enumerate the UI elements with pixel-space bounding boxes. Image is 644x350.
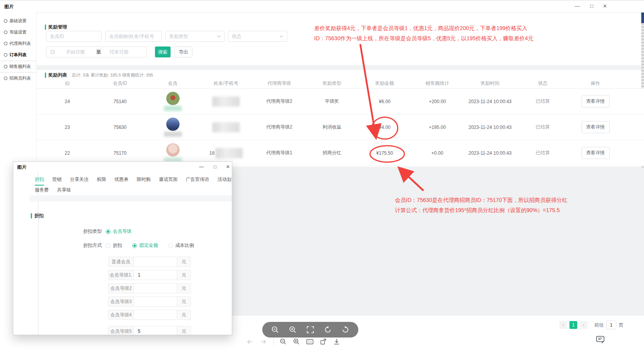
avatar [166,118,180,131]
annotation-line: 计算公式：代理商拿货价195*招商员分红比例（设置的90%）=175.5 [395,205,568,215]
amount-input[interactable] [133,270,177,280]
blurred-name [215,148,243,158]
name-phone-cell: 18 [199,148,253,158]
close-icon[interactable]: ✕ [223,163,232,171]
zoom-in-icon[interactable] [293,338,300,345]
tab-marketing[interactable]: 营销 [52,176,62,186]
feedback-icon[interactable] [596,335,605,344]
tab-permissions[interactable]: 权限 [97,176,106,186]
divider [30,195,232,202]
chevron-down-icon [279,35,283,38]
amount-input[interactable] [133,326,177,335]
chevron-down-icon [217,35,221,38]
nickname-input[interactable] [105,31,162,42]
end-date-placeholder: 结束日期 [110,49,128,55]
radio-fixed-amount[interactable]: 固定金额 [132,242,158,249]
reward-amount: ¥4.00 [358,125,411,130]
annotation-top: 差价奖励获得4元，下单者是会员等级1，优惠1元，商品现价200元，下单者199价… [314,23,534,43]
current-page-button[interactable]: 1 [569,321,577,329]
zoom-in-icon[interactable] [288,325,297,334]
radio-bullet-icon [4,42,7,45]
member-avatar-cell [146,143,199,162]
radio-cost-ratio[interactable]: 成本比例 [168,242,194,249]
search-button[interactable]: 搜索 [155,46,171,57]
radio-selected-icon [106,229,110,234]
sidebar-item-basic-settings[interactable]: 基础设置 [0,15,36,27]
field-normal-member: 普通会员 元 [108,257,191,267]
rotate-right-icon[interactable] [341,325,350,334]
rotate-left-icon[interactable] [324,325,332,334]
tab-share-follow[interactable]: 分享关注 [70,176,89,186]
viewer-controls-row: 1:1 [246,338,340,345]
member-id-input[interactable] [46,31,101,42]
radio-discount[interactable]: 折扣 [106,242,122,249]
divider [273,338,274,345]
discount-mode-row: 折扣方式 折扣 固定金额 成本比例 [78,242,204,249]
reward-type-select[interactable]: 奖励类型 [165,31,225,42]
fullscreen-icon[interactable] [306,325,315,334]
tab-share-chain[interactable]: 共享链 [57,187,71,195]
next-page-button[interactable]: › [580,321,587,329]
goto-page-input[interactable] [606,321,616,329]
tab-ad-slogan[interactable]: 广告宣传语 [186,176,209,186]
goto-label: 前往 [594,322,604,329]
radio-bullet-icon [4,19,7,23]
maximize-icon[interactable]: □ [587,2,597,11]
zoom-out-icon[interactable] [279,338,287,345]
download-icon[interactable] [333,338,340,345]
close-icon[interactable]: ✕ [600,2,610,11]
sidebar-item-recruiter-list[interactable]: 招商员列表 [0,73,36,84]
table-row: 23 75630 代理商等级2 利润收益 ¥4.00 +195.00 2023-… [37,114,644,140]
export-button[interactable]: 导出 [174,46,192,57]
view-details-button[interactable]: 查看详情 [582,147,610,159]
sidebar-item-level-settings[interactable]: 等级设置 [0,27,36,38]
popup-window: 图片 — □ ✕ 折扣 营销 分享关注 权限 优惠券 限时购 邀请页面 广告宣传… [13,161,232,335]
pagination: ‹ 1 › 前往 页 [559,321,623,329]
maximize-icon[interactable]: □ [210,163,220,171]
sidebar-item-order-list[interactable]: 订单列表 [0,49,36,61]
status-badge: 已结算 [516,98,569,105]
tab-service-fee[interactable]: 服务费 [35,187,49,195]
minimize-icon[interactable]: — [197,163,206,171]
tab-discount[interactable]: 折扣 [35,176,44,186]
rotate-page-icon[interactable] [320,338,327,345]
background-band [37,65,644,70]
blurred-name [212,122,240,132]
amount-input[interactable] [133,296,177,307]
name-phone-cell [199,96,253,107]
image-viewer-toolbar [262,322,358,338]
view-details-button[interactable]: 查看详情 [582,121,610,133]
radio-icon [106,243,110,248]
table-row: 24 75140 代理商等级2 平级奖 ¥6.00 +200.00 2023-1… [37,89,644,114]
view-details-button[interactable]: 查看详情 [582,95,610,107]
start-date-placeholder: 开始日期 [66,49,85,55]
status-select[interactable]: 状态 [228,31,287,42]
date-range-picker[interactable]: 开始日期 至 结束日期 [46,46,147,57]
annotation-line: 差价奖励获得4元，下单者是会员等级1，优惠1元，商品现价200元，下单者199价… [314,23,534,33]
avatar [166,92,180,105]
table-header: ID 会员ID 会员 姓名/手机号 代理商等级 奖励类型 奖励金额 销售额统计 … [37,79,644,89]
popup-title: 图片 [17,164,27,171]
tab-coupon[interactable]: 优惠券 [114,176,128,186]
back-arrow-icon[interactable] [246,338,254,345]
radio-member-level[interactable]: 会员等级 [106,228,132,235]
amount-input[interactable] [133,310,177,320]
forward-arrow-icon[interactable] [260,338,267,345]
zoom-out-icon[interactable] [271,325,279,334]
radio-selected-icon [132,243,137,248]
status-badge: 已结算 [516,124,569,130]
popup-tabs-row2: 服务费 共享链 [35,187,71,195]
amount-input[interactable] [133,257,177,267]
sidebar-item-sales-list[interactable]: 销售额列表 [0,61,36,73]
date-separator: 至 [96,49,101,55]
tab-activity[interactable]: 活动划 [217,176,231,186]
minimize-icon[interactable]: — [572,2,582,11]
tab-invite-page[interactable]: 邀请页面 [159,176,178,186]
actual-size-icon[interactable]: 1:1 [306,338,314,345]
amount-input[interactable] [133,283,177,293]
field-member-level-4: 会员等级4 元 [108,310,191,320]
tab-flash-sale[interactable]: 限时购 [137,176,151,186]
sidebar-item-agent-list[interactable]: 代理商列表 [0,38,36,49]
prev-page-button[interactable]: ‹ [559,321,567,329]
status-badge: 已结算 [516,150,569,156]
